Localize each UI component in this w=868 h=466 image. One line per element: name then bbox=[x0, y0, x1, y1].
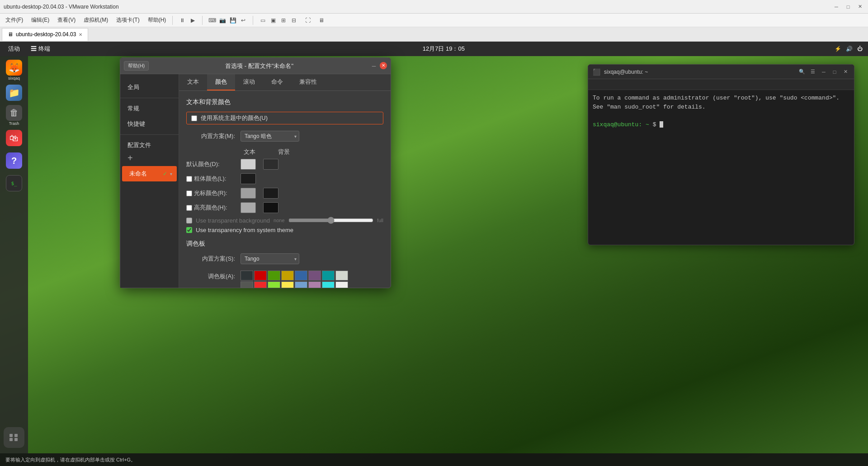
tab-scroll[interactable]: 滚动 bbox=[235, 74, 263, 90]
dock-item-terminal[interactable]: $_ bbox=[4, 173, 24, 194]
profile-dropdown-icon[interactable]: ▾ bbox=[170, 171, 172, 176]
palette-swatch-0-5[interactable] bbox=[308, 271, 321, 281]
terminal-search-button[interactable]: 🔍 bbox=[798, 68, 806, 76]
pause-icon[interactable]: ⏸ bbox=[177, 15, 187, 25]
terminal-minimize-button[interactable]: ─ bbox=[820, 68, 828, 76]
dock-item-firefox[interactable]: 🦊 sixqaq bbox=[4, 60, 24, 81]
play-icon[interactable]: ▶ bbox=[188, 15, 198, 25]
bold-color-checkbox[interactable] bbox=[186, 176, 192, 182]
sidebar-divider-2 bbox=[120, 134, 179, 135]
palette-swatch-0-3[interactable] bbox=[281, 271, 294, 281]
prefs-close-button[interactable]: ✕ bbox=[380, 62, 387, 69]
menu-view[interactable]: 查看(V) bbox=[54, 14, 79, 26]
terminal-line1: To run a command as administrator (user … bbox=[593, 94, 849, 103]
highlight-color-checkbox[interactable] bbox=[186, 190, 192, 196]
palette-swatch-1-4[interactable] bbox=[295, 281, 307, 288]
menu-edit[interactable]: 编辑(E) bbox=[28, 14, 53, 26]
network-icon[interactable]: ⚡ bbox=[835, 46, 841, 52]
menu-separator-1 bbox=[172, 16, 173, 25]
dock-item-files[interactable]: 📁 bbox=[4, 82, 24, 103]
send-ctrl-alt-del-icon[interactable]: ⌨ bbox=[207, 15, 217, 25]
menu-tabs[interactable]: 选项卡(T) bbox=[113, 14, 143, 26]
bold-color-label: 粗体颜色(L): bbox=[186, 175, 241, 183]
bright-color-checkbox[interactable] bbox=[186, 205, 192, 211]
palette-swatch-0-0[interactable] bbox=[241, 271, 253, 281]
vm-tab-close[interactable]: ✕ bbox=[79, 32, 82, 37]
terminal-close-button[interactable]: ✕ bbox=[841, 68, 849, 76]
prefs-body: 全局 常规 快捷键 配置文件 + 未命名 ✓ ▾ 文本 bbox=[120, 74, 391, 288]
audio-icon[interactable]: 🔊 bbox=[846, 46, 853, 52]
text-bg-title: 文本和背景颜色 bbox=[186, 98, 383, 106]
palette-swatch-1-1[interactable] bbox=[254, 281, 267, 288]
dock-item-software[interactable]: 🛍 bbox=[4, 128, 24, 148]
highlight-text-swatch[interactable] bbox=[241, 188, 256, 199]
tab-command[interactable]: 命令 bbox=[263, 74, 291, 90]
view1-icon[interactable]: ▭ bbox=[258, 15, 268, 25]
dock-item-help[interactable]: ? bbox=[4, 150, 24, 171]
minimize-button[interactable]: ─ bbox=[832, 2, 841, 11]
menu-help[interactable]: 帮助(H) bbox=[144, 14, 170, 26]
dock-apps-button[interactable] bbox=[4, 427, 24, 448]
snap-icon[interactable]: 📷 bbox=[217, 15, 227, 25]
palette-swatch-0-2[interactable] bbox=[268, 271, 280, 281]
suspend-icon[interactable]: 💾 bbox=[228, 15, 238, 25]
vm-tab[interactable]: 🖥 ubuntu-desktop-20.04.03 ✕ bbox=[2, 28, 88, 41]
revert-icon[interactable]: ↩ bbox=[238, 15, 248, 25]
palette-swatch-1-5[interactable] bbox=[308, 281, 321, 288]
palette-swatch-0-1[interactable] bbox=[254, 271, 267, 281]
topbar-right: ⚡ 🔊 ⏻ bbox=[835, 46, 863, 52]
palette-swatch-0-6[interactable] bbox=[322, 271, 335, 281]
add-profile-button[interactable]: + bbox=[127, 153, 133, 163]
menu-file[interactable]: 文件(F) bbox=[2, 14, 27, 26]
ubuntu-dock: 🦊 sixqaq 📁 🗑 Trash 🛍 ? $_ bbox=[0, 56, 28, 453]
palette-swatch-1-7[interactable] bbox=[335, 281, 348, 288]
terminal-content[interactable]: To run a command as administrator (user … bbox=[588, 90, 854, 245]
bold-text-swatch[interactable] bbox=[241, 173, 256, 184]
palette-swatch-1-0[interactable] bbox=[241, 281, 253, 288]
tab-compat[interactable]: 兼容性 bbox=[291, 74, 325, 90]
display-icon[interactable]: 🖥 bbox=[315, 15, 328, 25]
view3-icon[interactable]: ⊞ bbox=[278, 15, 288, 25]
prefs-section-normal[interactable]: 常规 bbox=[120, 101, 179, 116]
terminal-menu-button[interactable]: ☰ 终端 bbox=[28, 44, 53, 54]
prefs-title: 首选项 - 配置文件"未命名" bbox=[149, 62, 370, 70]
close-button[interactable]: ✕ bbox=[855, 2, 864, 11]
use-transparency-checkbox[interactable] bbox=[186, 227, 192, 233]
bright-bg-swatch[interactable] bbox=[263, 202, 278, 213]
palette-colors-label: 调色板(A): bbox=[186, 271, 241, 281]
bright-text-swatch[interactable] bbox=[241, 202, 256, 213]
prefs-sidebar: 全局 常规 快捷键 配置文件 + 未命名 ✓ ▾ bbox=[120, 74, 179, 288]
builtin-scheme-select[interactable]: Tango 暗色 bbox=[241, 131, 299, 142]
ubuntu-desktop[interactable]: 活动 ☰ 终端 12月7日 19：05 ⚡ 🔊 ⏻ 🦊 sixqaq 📁 🗑 T… bbox=[0, 42, 868, 466]
dock-item-trash[interactable]: 🗑 Trash bbox=[4, 105, 24, 126]
prefs-section-profiles[interactable]: 配置文件 bbox=[120, 138, 179, 153]
power-icon[interactable]: ⏻ bbox=[857, 46, 863, 52]
palette-swatch-1-3[interactable] bbox=[281, 281, 294, 288]
bright-color-label: 高亮颜色(H): bbox=[186, 204, 241, 212]
tab-colors[interactable]: 颜色 bbox=[207, 74, 235, 90]
palette-swatch-0-4[interactable] bbox=[295, 271, 307, 281]
prefs-section-general[interactable]: 全局 bbox=[120, 80, 179, 95]
prefs-help-button[interactable]: 帮助(H) bbox=[124, 61, 149, 71]
highlight-bg-swatch[interactable] bbox=[263, 188, 278, 199]
profile-unnamed[interactable]: 未命名 ✓ ▾ bbox=[122, 166, 177, 181]
palette-swatch-1-6[interactable] bbox=[322, 281, 335, 288]
default-text-swatch[interactable] bbox=[241, 159, 256, 170]
prefs-section-shortcuts[interactable]: 快捷键 bbox=[120, 116, 179, 132]
terminal-menu-btn[interactable]: ☰ bbox=[809, 68, 817, 76]
view2-icon[interactable]: ▣ bbox=[268, 15, 278, 25]
palette-swatch-1-2[interactable] bbox=[268, 281, 280, 288]
palette-scheme-select[interactable]: Tango bbox=[241, 253, 299, 264]
terminal-maximize-button[interactable]: □ bbox=[830, 68, 839, 76]
maximize-button[interactable]: □ bbox=[844, 2, 853, 11]
prefs-minimize-button[interactable]: ─ bbox=[370, 62, 378, 70]
view4-icon[interactable]: ⊟ bbox=[289, 15, 299, 25]
menu-vm[interactable]: 虚拟机(M) bbox=[80, 14, 112, 26]
tab-text[interactable]: 文本 bbox=[179, 74, 207, 90]
activities-button[interactable]: 活动 bbox=[5, 44, 23, 54]
use-system-theme-checkbox[interactable] bbox=[191, 115, 197, 121]
transparency-slider[interactable] bbox=[288, 217, 373, 224]
fullscreen-icon[interactable]: ⛶ bbox=[302, 15, 314, 25]
palette-swatch-0-7[interactable] bbox=[335, 271, 348, 281]
default-bg-swatch[interactable] bbox=[263, 159, 278, 170]
